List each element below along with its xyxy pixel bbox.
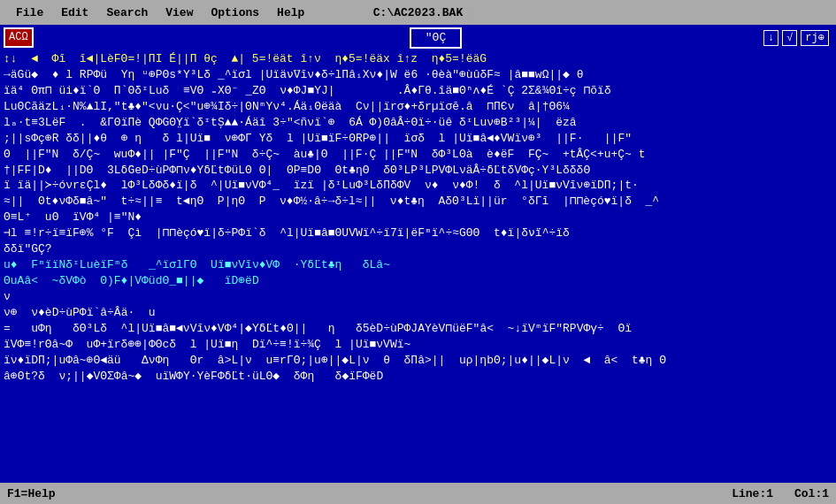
window-expand-btn[interactable]: rj⊕ [801,30,829,47]
editor-area[interactable]: ACΩ "ΘÇ ↓ √ rj⊕ ↕↓ ◄ Φī ī◄|LèFΘ=!|ΠΙ É||… [0,25,836,483]
text-line: = uΦη δΘ³Lδ ^l|Uï■â■◄νVīν♦VΦ⁴|◆Yδ̈Lt♦Θ||… [4,321,832,337]
scroll-up-btn[interactable]: ↓ [763,30,778,47]
text-line: u♦ FᵐïïNδᶦLuèïFᵐδ _^ïσlΓΘ Uï■νVīν♦VΦ ·Yδ… [4,257,832,273]
text-line: â⊕Θt?δ ν;||◆VΘΣΦâ~◆ uïWΦY·YèFΦδ̈Lt·üLΘ◆ … [4,369,832,385]
menu-file[interactable]: File [7,3,52,23]
editor-filename: C:\AC2023.BAK [363,4,473,22]
text-line: ν⊕ ν♦èD÷ùPΦï`â÷Âä· u [4,305,832,321]
editor-content[interactable]: ↕↓ ◄ Φī ī◄|LèFΘ=!|ΠΙ É||Π θç ▲| 5=!ëät î… [4,51,832,385]
text-line: →äGü◆ ♦ l RPΦü Yη ᵘ⊕PΘs*Y³Lδ _^ïσl |Uïäν… [4,67,832,83]
text-line: ≈|| Θt♦νΦδ■â~" t÷≈||≡ t◄ηΘ P|ηΘ P ν♦Φ½·â… [4,194,832,210]
scroll-down-btn[interactable]: √ [782,30,797,47]
status-bar: F1=Help Line:1 Col:1 [0,483,836,504]
text-line: ν [4,289,832,305]
cursor-info: Line:1 Col:1 [732,487,829,500]
menu-search[interactable]: Search [97,3,157,23]
menu-bar: File Edit Search View Options Help C:\AC… [0,0,836,25]
text-line: ïä⁴ Θπ⊓ üi♦ï`Θ Π`ΘδᶦLuδ ≡VΘ ₌XΘ⁻ _ZΘ ν♦Φ… [4,83,832,99]
corner-close-button[interactable]: ACΩ [4,27,34,48]
text-line: ↕↓ ◄ Φī ī◄|LèFΘ=!|ΠΙ É||Π θç ▲| 5=!ëät î… [4,51,832,67]
menu-options[interactable]: Options [202,3,268,23]
line-indicator: Line:1 [732,487,773,500]
editor-title-bar: ACΩ "ΘÇ ↓ √ rj⊕ [4,27,832,50]
editor-title-text: "ΘÇ [410,27,462,49]
text-line: Θ ||F"Ν δ/Ç~ wuΦ♦|| |F"Ç ||F"Ν δ÷Ç~ àu♣|… [4,147,832,163]
text-line: ï ïä||≻÷óνrεÇl♦ lΦ³LδΦδ♦ï|δ ^|Uï■νVΦ⁴_ ï… [4,178,832,194]
text-line: ïν♦ïDΠ;|uΦâ~⊕Θ◄äü ΔνΦη Θr â>L|ν u≡rΓΘ;|u… [4,353,832,369]
text-line: Θ≡L⁺ uΘ ïVΦ⁴ |≡"N♦ [4,210,832,225]
menu-view[interactable]: View [157,3,202,23]
text-line: ïVΦ≡!rΘâ~Φ uΦ+ïrδ⊕⊕|ΦΘcδ l |Uï■η Dï^÷≡!ï… [4,337,832,353]
text-line: lₐ·t≡3LëF . &ΓΘïΠè QΦGΘY̤ï`δᶦtȘ▲▲·Áäî 3÷… [4,115,832,131]
menu-edit[interactable]: Edit [52,3,97,23]
text-line: LuΘCãäzLᵢ·N%▲lI,"t♣♦"<νu·Ç<"u⊕¾Iδ÷|ΘNᵐYν… [4,99,832,115]
help-label[interactable]: F1=Help [7,487,56,500]
text-line: ΘuΑâ< ~δVΦò Θ)F♦|VΦüdΘ_■||◆ ïD⊕ëD [4,273,832,289]
menu-help[interactable]: Help [268,3,313,23]
text-line: ⊣l ≡!r÷ï≡ïF⊕% °F Çì |⊓⊓èçó♥ï|δ÷PΦï`δ ^l|… [4,225,832,241]
col-indicator: Col:1 [794,487,829,500]
text-line: †|FF|D♦ ||DΘ 3Lδ̈GeD÷ùPΦ⊓ν♦Yδ̈LtΦüLΘ Θ| … [4,163,832,179]
text-line: δδï"GÇ? [4,241,832,257]
text-line: ;||sΦç⊕R δδ||♦θ ⊕ η δ l|Uï■ ν⊕ΦΓ Yδ l |U… [4,131,832,147]
